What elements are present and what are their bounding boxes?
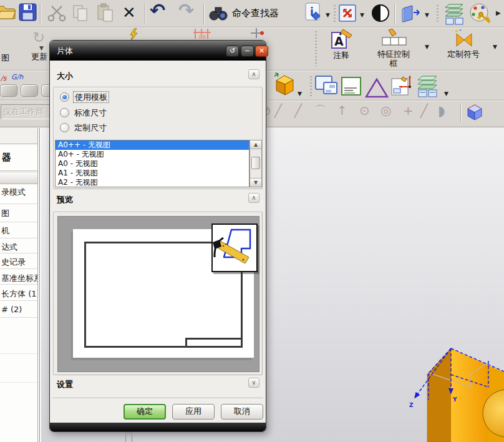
redo-icon[interactable]: ↷ — [178, 1, 194, 20]
info-icon[interactable]: i — [304, 2, 322, 23]
update-display-icon[interactable]: ↻ — [32, 30, 45, 45]
cut-icon[interactable] — [47, 4, 66, 22]
radio-use-template[interactable] — [60, 92, 69, 102]
radio-custom-size-label[interactable]: 定制尺寸 — [74, 122, 107, 133]
custom-symbol-button[interactable]: 定制符号 — [435, 29, 492, 69]
drawing-view-icon[interactable] — [390, 74, 415, 98]
tree-item[interactable]: 机 — [0, 225, 37, 237]
paste-icon[interactable] — [96, 3, 115, 23]
display-mode-icon[interactable] — [371, 3, 390, 23]
tree-item[interactable]: 达式 — [0, 242, 37, 253]
work-part-only-dropdown[interactable]: 仅在工作部 — [1, 104, 50, 119]
annotation-button[interactable]: A 注释 — [321, 29, 361, 69]
tree-item[interactable]: 史记录 — [0, 257, 37, 268]
navigator-tab-strip[interactable] — [0, 128, 37, 144]
ok-button[interactable]: 确定 — [124, 404, 166, 420]
apply-button[interactable]: 应用 — [172, 404, 215, 420]
tree-item[interactable]: # (2) — [0, 305, 37, 314]
list-item[interactable]: A0+ - 无视图 — [56, 150, 249, 159]
panel-resize-handle[interactable] — [39, 128, 40, 442]
model-cube-icon[interactable] — [273, 72, 296, 97]
radio-use-template-label[interactable]: 使用模板 — [73, 91, 109, 103]
template-list[interactable]: A0++ - 无视图 A0+ - 无视图 A0 - 无视图 A1 - 无视图 A… — [55, 140, 250, 187]
dialog-close-button[interactable]: ✕ — [255, 46, 268, 57]
sketch-plus-icon[interactable]: + — [403, 104, 414, 117]
target-point-icon[interactable] — [248, 27, 264, 39]
drag-handle[interactable] — [315, 31, 317, 66]
chevron-up-icon[interactable]: ∧ — [248, 193, 259, 203]
sketch-slash-icon[interactable]: ╱ — [420, 104, 428, 117]
caret-down-icon[interactable]: ▼ — [493, 44, 497, 50]
caret-down-icon[interactable]: ▼ — [444, 91, 448, 97]
radio-custom-size[interactable] — [60, 123, 69, 132]
preview-group — [53, 212, 263, 375]
drag-handle[interactable] — [437, 5, 439, 22]
preview-canvas — [57, 216, 259, 372]
navigator-column-header[interactable] — [0, 172, 37, 184]
sketch-line-point-icon[interactable]: ╱ — [294, 104, 302, 117]
scrollbar-thumb[interactable] — [251, 157, 260, 169]
update-label[interactable]: 更新 — [31, 51, 47, 62]
caret-down-icon[interactable]: ▼ — [425, 44, 429, 50]
dialog-minimize-button[interactable]: − — [241, 46, 254, 57]
layer-settings-icon[interactable] — [443, 2, 465, 26]
list-item[interactable]: A2 - 无视图 — [56, 178, 249, 187]
sketch-circle-center-icon[interactable]: ⊙ — [359, 104, 370, 117]
fit-view-icon[interactable] — [338, 4, 357, 22]
sketch-arrow-icon[interactable]: ↑ — [337, 104, 347, 117]
chevron-down-icon[interactable]: ∨ — [248, 378, 259, 388]
tree-item[interactable]: 基准坐标系 — [0, 273, 37, 284]
command-finder-button[interactable]: 命令查找器 — [208, 2, 297, 25]
cancel-button[interactable]: 取消 — [221, 404, 263, 420]
dialog-reset-button[interactable]: ↺ — [226, 46, 239, 57]
sketch-line-icon[interactable]: ╱ — [274, 104, 282, 117]
dialog-titlebar[interactable]: 片体 ↺ − ✕ — [50, 41, 266, 61]
drag-handle[interactable] — [310, 76, 312, 97]
caret-down-icon[interactable]: ▼ — [360, 12, 364, 18]
layer-stack-icon[interactable] — [415, 74, 440, 99]
tree-item[interactable]: 录模式 — [0, 187, 37, 198]
visualization-palette-icon[interactable] — [468, 2, 492, 26]
tree-item[interactable]: 长方体 (1) — [0, 288, 37, 300]
caret-down-icon[interactable]: ▼ — [326, 12, 330, 18]
chevron-up-icon[interactable]: ∧ — [248, 69, 259, 79]
feature-tool-icon[interactable] — [21, 84, 38, 97]
caret-down-icon[interactable]: ▼ — [39, 46, 44, 51]
dialog-title: 片体 — [57, 46, 73, 57]
new-sheet-icon[interactable] — [314, 74, 338, 98]
feature-control-frame-button[interactable]: 特征控制 框 — [364, 29, 424, 70]
delete-icon[interactable]: ✕ — [122, 4, 136, 21]
command-finder-label: 命令查找器 — [232, 7, 279, 19]
sketch-arc-icon[interactable]: ⌒ — [314, 104, 327, 117]
scroll-down-button[interactable]: ▼ — [250, 178, 261, 187]
wireframe-cube-icon[interactable] — [465, 102, 484, 121]
caret-down-icon[interactable]: ▼ — [298, 91, 302, 97]
view-layout-label[interactable]: 图 — [1, 52, 9, 64]
scroll-up-button[interactable]: ▲ — [250, 140, 261, 149]
feature-tool-icon[interactable] — [0, 84, 17, 97]
splitter-stub[interactable] — [125, 433, 132, 442]
open-folder-icon[interactable] — [0, 4, 16, 21]
list-item[interactable]: A0++ - 无视图 — [56, 140, 249, 150]
note-icon[interactable] — [341, 76, 362, 97]
tree-item[interactable]: 图 — [0, 208, 37, 219]
radio-standard-size[interactable] — [60, 108, 69, 117]
save-icon[interactable] — [19, 3, 37, 22]
caret-down-icon[interactable]: ▼ — [425, 12, 429, 18]
grid-dimension-icon[interactable] — [192, 27, 212, 40]
triangle-symbol-icon[interactable] — [365, 77, 389, 99]
undo-icon[interactable]: ↶ — [150, 1, 165, 20]
caret-right-icon[interactable]: ▶ — [496, 10, 501, 16]
3d-model-block[interactable]: Z Y — [387, 337, 504, 442]
radio-standard-size-label[interactable]: 标准尺寸 — [74, 107, 107, 118]
copy-icon[interactable] — [71, 4, 90, 22]
list-scrollbar[interactable]: ▲ ▼ — [250, 140, 262, 187]
divider — [0, 238, 37, 238]
export-book-icon[interactable] — [400, 4, 423, 22]
drag-handle[interactable] — [334, 5, 336, 22]
list-item[interactable]: A1 - 无视图 — [56, 169, 249, 178]
list-item[interactable]: A0 - 无视图 — [56, 159, 249, 169]
lightning-icon[interactable] — [128, 28, 138, 41]
sketch-surface-icon[interactable]: ◗ — [438, 104, 445, 118]
sketch-circle-icon[interactable]: ◎ — [380, 104, 391, 117]
